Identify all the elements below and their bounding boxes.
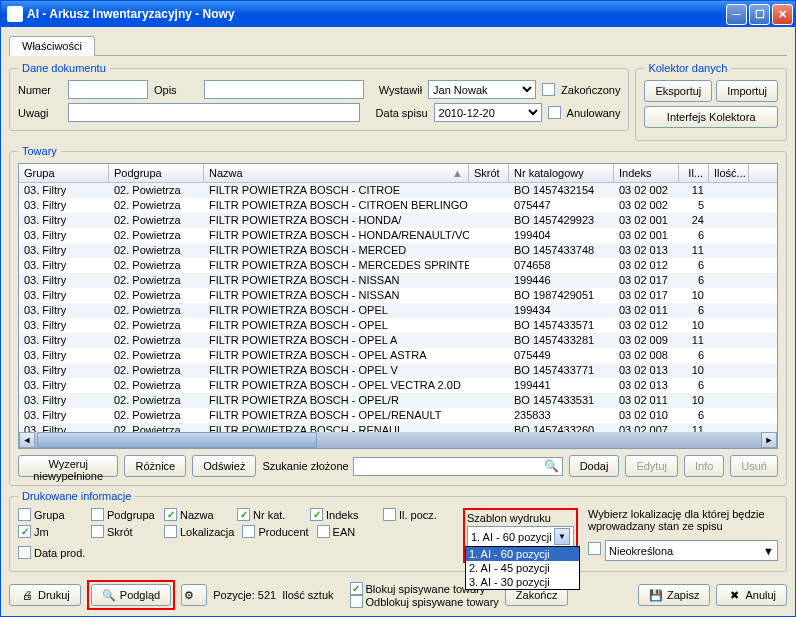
zapisz-button[interactable]: 💾Zapisz xyxy=(638,584,710,606)
opis-input[interactable] xyxy=(204,80,364,99)
col-indeks[interactable]: Indeks xyxy=(614,164,679,182)
table-row[interactable]: 03. Filtry02. PowietrzaFILTR POWIETRZA B… xyxy=(19,183,777,198)
wyzeruj-button[interactable]: Wyzeruj niewypełnione xyxy=(18,455,118,477)
col-podgrupa[interactable]: Podgrupa xyxy=(109,164,204,182)
close-button[interactable]: ✕ xyxy=(772,4,793,25)
lokal-label: Wybierz lokalizację dla której będzie wp… xyxy=(588,508,778,532)
dataspisu-label: Data spisu xyxy=(376,107,428,119)
chk-ilpocz[interactable] xyxy=(383,508,396,521)
edytuj-button[interactable]: Edytuj xyxy=(625,455,678,477)
roznice-button[interactable]: Różnice xyxy=(124,455,186,477)
grid-body[interactable]: 03. Filtry02. PowietrzaFILTR POWIETRZA B… xyxy=(19,183,777,432)
table-row[interactable]: 03. Filtry02. PowietrzaFILTR POWIETRZA B… xyxy=(19,213,777,228)
drukuj-button[interactable]: 🖨Drukuj xyxy=(9,584,81,606)
interfejs-button[interactable]: Interfejs Kolektora xyxy=(644,106,778,128)
gear-icon: ⚙ xyxy=(184,589,194,602)
szablon-option-2[interactable]: 2. AI - 45 pozycji xyxy=(466,561,579,575)
iloscsztuk-label: Ilość sztuk xyxy=(282,589,333,601)
tab-properties[interactable]: Właściwości xyxy=(9,36,95,56)
importuj-button[interactable]: Importuj xyxy=(716,80,778,102)
chk-skrot[interactable] xyxy=(91,525,104,538)
table-row[interactable]: 03. Filtry02. PowietrzaFILTR POWIETRZA B… xyxy=(19,378,777,393)
col-nazwa[interactable]: Nazwa▲ xyxy=(204,164,469,182)
cancel-icon: ✖ xyxy=(727,588,741,602)
search-icon[interactable]: 🔍 xyxy=(544,459,559,473)
szablon-option-1[interactable]: 1. AI - 60 pozycji xyxy=(466,547,579,561)
anulowany-label: Anulowany xyxy=(567,107,621,119)
zakonczony-label: Zakończony xyxy=(561,84,620,96)
chk-blokuj[interactable]: ✓ xyxy=(350,582,363,595)
zakonczony-checkbox[interactable] xyxy=(542,83,555,96)
col-il[interactable]: Il... xyxy=(679,164,709,182)
szablon-option-3[interactable]: 3. AI - 30 pozycji xyxy=(466,575,579,589)
chk-indeks[interactable]: ✓ xyxy=(310,508,323,521)
preview-icon: 🔍 xyxy=(102,588,116,602)
wystawil-select[interactable]: Jan Nowak xyxy=(428,80,536,99)
towary-legend: Towary xyxy=(18,145,61,157)
usun-button[interactable]: Usuń xyxy=(730,455,778,477)
maximize-button[interactable]: ☐ xyxy=(749,4,770,25)
table-row[interactable]: 03. Filtry02. PowietrzaFILTR POWIETRZA B… xyxy=(19,318,777,333)
anulowany-checkbox[interactable] xyxy=(548,106,561,119)
podglad-button[interactable]: 🔍Podgląd xyxy=(91,584,171,606)
table-row[interactable]: 03. Filtry02. PowietrzaFILTR POWIETRZA B… xyxy=(19,348,777,363)
search-input[interactable] xyxy=(353,457,563,476)
col-grupa[interactable]: Grupa xyxy=(19,164,109,182)
numer-label: Numer xyxy=(18,84,62,96)
chk-lokal[interactable] xyxy=(588,542,601,555)
col-nrkat[interactable]: Nr katalogowy xyxy=(509,164,614,182)
odswiez-button[interactable]: Odśwież xyxy=(192,455,256,477)
settings-down-button[interactable]: ⚙ xyxy=(181,584,207,606)
szablon-combobox[interactable]: 1. AI - 60 pozycji ▼ xyxy=(467,526,574,547)
horizontal-scrollbar[interactable]: ◄ ► xyxy=(19,432,777,448)
uwagi-input[interactable] xyxy=(68,103,360,122)
titlebar[interactable]: AI - Arkusz Inwentaryzacyjny - Nowy ─ ☐ … xyxy=(1,1,795,27)
print-icon: 🖨 xyxy=(20,588,34,602)
table-row[interactable]: 03. Filtry02. PowietrzaFILTR POWIETRZA B… xyxy=(19,243,777,258)
chk-nazwa[interactable]: ✓ xyxy=(164,508,177,521)
chk-ean[interactable] xyxy=(317,525,330,538)
chk-grupa[interactable] xyxy=(18,508,31,521)
chk-odblokuj[interactable] xyxy=(350,595,363,608)
chk-jm[interactable]: ✓ xyxy=(18,525,31,538)
szukanie-label: Szukanie złożone xyxy=(262,460,348,472)
table-row[interactable]: 03. Filtry02. PowietrzaFILTR POWIETRZA B… xyxy=(19,288,777,303)
kolektor-legend: Kolektor danych xyxy=(644,62,731,74)
grid-header[interactable]: Grupa Podgrupa Nazwa▲ Skrót Nr katalogow… xyxy=(19,164,777,183)
scroll-thumb[interactable] xyxy=(37,432,317,448)
col-ilosc[interactable]: Ilość... xyxy=(709,164,749,182)
dodaj-button[interactable]: Dodaj xyxy=(569,455,620,477)
col-skrot[interactable]: Skrót xyxy=(469,164,509,182)
chevron-down-icon[interactable]: ▼ xyxy=(763,545,774,557)
table-row[interactable]: 03. Filtry02. PowietrzaFILTR POWIETRZA B… xyxy=(19,423,777,432)
table-row[interactable]: 03. Filtry02. PowietrzaFILTR POWIETRZA B… xyxy=(19,363,777,378)
table-row[interactable]: 03. Filtry02. PowietrzaFILTR POWIETRZA B… xyxy=(19,408,777,423)
chk-podgrupa[interactable] xyxy=(91,508,104,521)
chk-producent[interactable] xyxy=(242,525,255,538)
towary-grid[interactable]: Grupa Podgrupa Nazwa▲ Skrót Nr katalogow… xyxy=(18,163,778,449)
tabstrip: Właściwości xyxy=(9,31,787,56)
table-row[interactable]: 03. Filtry02. PowietrzaFILTR POWIETRZA B… xyxy=(19,393,777,408)
chk-lokalizacja[interactable] xyxy=(164,525,177,538)
table-row[interactable]: 03. Filtry02. PowietrzaFILTR POWIETRZA B… xyxy=(19,303,777,318)
chk-dataprod[interactable] xyxy=(18,546,31,559)
minimize-button[interactable]: ─ xyxy=(726,4,747,25)
chk-nrkat[interactable]: ✓ xyxy=(237,508,250,521)
lokal-combobox[interactable]: Nieokreślona ▼ xyxy=(605,540,778,561)
scroll-right-arrow[interactable]: ► xyxy=(761,432,777,448)
dataspisu-input[interactable]: 2010-12-20 xyxy=(434,103,542,122)
table-row[interactable]: 03. Filtry02. PowietrzaFILTR POWIETRZA B… xyxy=(19,333,777,348)
anuluj-button[interactable]: ✖Anuluj xyxy=(716,584,787,606)
dane-dokumentu-group: Dane dokumentu Numer Opis Wystawił Jan N… xyxy=(9,62,629,131)
table-row[interactable]: 03. Filtry02. PowietrzaFILTR POWIETRZA B… xyxy=(19,258,777,273)
szablon-dropdown[interactable]: 1. AI - 60 pozycji 2. AI - 45 pozycji 3.… xyxy=(465,546,580,590)
table-row[interactable]: 03. Filtry02. PowietrzaFILTR POWIETRZA B… xyxy=(19,228,777,243)
info-button[interactable]: Info xyxy=(684,455,724,477)
eksportuj-button[interactable]: Eksportuj xyxy=(644,80,712,102)
scroll-left-arrow[interactable]: ◄ xyxy=(19,432,35,448)
table-row[interactable]: 03. Filtry02. PowietrzaFILTR POWIETRZA B… xyxy=(19,273,777,288)
table-row[interactable]: 03. Filtry02. PowietrzaFILTR POWIETRZA B… xyxy=(19,198,777,213)
chevron-down-icon[interactable]: ▼ xyxy=(554,528,570,545)
numer-input[interactable] xyxy=(68,80,148,99)
window-title: AI - Arkusz Inwentaryzacyjny - Nowy xyxy=(27,7,724,21)
